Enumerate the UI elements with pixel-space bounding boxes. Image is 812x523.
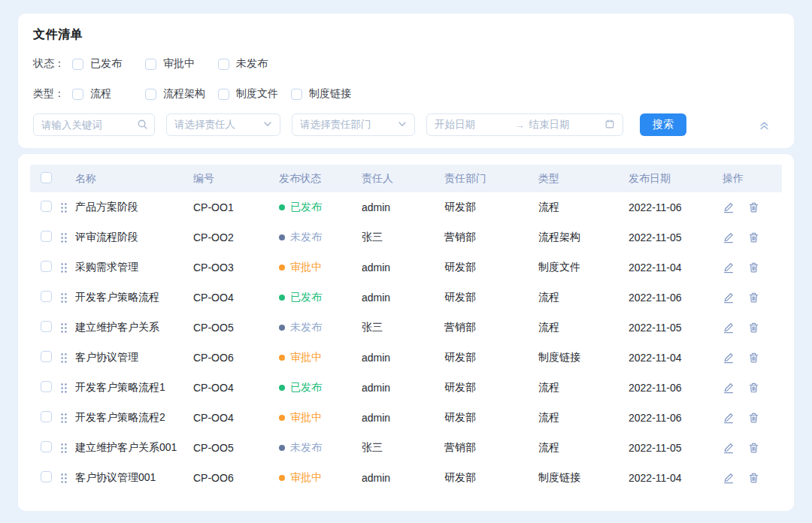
- status-badge: 审批中: [279, 261, 322, 274]
- edit-icon[interactable]: [723, 322, 735, 334]
- delete-icon[interactable]: [748, 262, 759, 274]
- checkbox[interactable]: [218, 89, 229, 100]
- row-type: 流程: [538, 321, 629, 334]
- edit-icon[interactable]: [723, 442, 735, 454]
- row-name: 评审流程阶段: [75, 231, 193, 244]
- row-checkbox[interactable]: [41, 441, 52, 452]
- row-checkbox[interactable]: [41, 261, 52, 272]
- status-dot-icon: [279, 355, 285, 361]
- row-code: CP-OO5: [193, 442, 279, 454]
- edit-icon[interactable]: [723, 412, 735, 424]
- row-code: CP-OO3: [193, 262, 279, 274]
- person-select[interactable]: 请选择责任人: [166, 113, 280, 136]
- checkbox[interactable]: [72, 59, 83, 70]
- row-code: CP-OO4: [193, 292, 279, 304]
- column-header-date: 发布日期: [629, 172, 723, 186]
- drag-handle-icon[interactable]: [60, 262, 75, 274]
- collapse-filters-icon[interactable]: [759, 119, 770, 131]
- drag-handle-icon[interactable]: [60, 352, 75, 364]
- filter-checkbox-item[interactable]: 已发布: [72, 57, 145, 71]
- row-dept: 研发部: [444, 381, 538, 395]
- delete-icon[interactable]: [748, 322, 759, 334]
- search-button[interactable]: 搜索: [640, 113, 686, 136]
- date-range-picker[interactable]: 开始日期 → 结束日期: [426, 113, 623, 136]
- status-badge: 审批中: [279, 351, 322, 364]
- status-dot-icon: [279, 234, 285, 240]
- row-name: 产品方案阶段: [75, 201, 193, 214]
- filter-checkbox-item[interactable]: 审批中: [145, 57, 218, 71]
- drag-handle-icon[interactable]: [60, 443, 75, 454]
- checkbox[interactable]: [72, 89, 83, 100]
- row-date: 2022-11-05: [629, 231, 723, 243]
- row-checkbox[interactable]: [41, 411, 52, 422]
- drag-handle-icon[interactable]: [60, 292, 75, 304]
- table-row: 开发客户策略流程 CP-OO4 已发布 admin 研发部 流程 2022-11…: [30, 283, 782, 313]
- select-all-checkbox[interactable]: [41, 172, 52, 183]
- edit-icon[interactable]: [723, 262, 735, 274]
- checkbox[interactable]: [291, 89, 302, 100]
- row-checkbox[interactable]: [41, 231, 52, 242]
- delete-icon[interactable]: [748, 231, 759, 243]
- edit-icon[interactable]: [723, 231, 735, 243]
- row-code: CP-OO1: [193, 201, 279, 213]
- search-icon: [137, 119, 148, 132]
- filter-checkbox-item[interactable]: 制度链接: [291, 87, 364, 101]
- type-filter-label: 类型：: [33, 87, 72, 101]
- edit-icon[interactable]: [723, 292, 735, 304]
- delete-icon[interactable]: [748, 352, 759, 364]
- edit-icon[interactable]: [723, 201, 735, 213]
- checkbox-label: 已发布: [90, 57, 122, 71]
- table-row: 开发客户策略流程2 CP-OO4 审批中 admin 研发部 流程 2022-1…: [30, 403, 782, 433]
- row-checkbox[interactable]: [41, 291, 52, 302]
- row-checkbox[interactable]: [41, 321, 52, 332]
- filter-checkbox-item[interactable]: 流程架构: [145, 87, 218, 101]
- delete-icon[interactable]: [748, 201, 759, 213]
- status-dot-icon: [279, 325, 285, 331]
- drag-handle-icon[interactable]: [60, 232, 75, 243]
- edit-icon[interactable]: [723, 382, 735, 394]
- table-row: 建立维护客户关系001 CP-OO5 未发布 张三 营销部 流程 2022-11…: [30, 433, 782, 463]
- row-type: 流程: [538, 411, 629, 425]
- column-header-name: 名称: [75, 172, 193, 186]
- drag-handle-icon[interactable]: [60, 202, 75, 213]
- checkbox-label: 流程架构: [163, 87, 205, 101]
- status-filter-label: 状态：: [33, 57, 72, 71]
- drag-handle-icon[interactable]: [60, 382, 75, 394]
- row-dept: 研发部: [444, 261, 538, 274]
- edit-icon[interactable]: [723, 472, 735, 484]
- status-dot-icon: [279, 445, 285, 451]
- row-code: CP-OO5: [193, 322, 279, 334]
- row-checkbox[interactable]: [41, 471, 52, 482]
- row-date: 2022-11-04: [629, 262, 723, 274]
- checkbox[interactable]: [145, 89, 156, 100]
- row-checkbox[interactable]: [41, 351, 52, 362]
- row-name: 建立维护客户关系: [75, 321, 193, 334]
- dept-select[interactable]: 请选择责任部门: [292, 113, 415, 136]
- filter-checkbox-item[interactable]: 制度文件: [218, 87, 291, 101]
- checkbox[interactable]: [145, 59, 156, 70]
- dept-select-placeholder: 请选择责任部门: [300, 118, 371, 132]
- row-date: 2022-11-04: [629, 472, 723, 484]
- delete-icon[interactable]: [748, 442, 759, 454]
- row-checkbox[interactable]: [41, 201, 52, 212]
- delete-icon[interactable]: [748, 472, 759, 484]
- delete-icon[interactable]: [748, 382, 759, 394]
- row-dept: 研发部: [444, 291, 538, 304]
- edit-icon[interactable]: [723, 352, 735, 364]
- filter-panel: 文件清单 状态： 已发布 审批中 未发布 类型： 流程 流程架构 制度文件 制度…: [18, 14, 794, 148]
- drag-handle-icon[interactable]: [60, 473, 75, 484]
- drag-handle-icon[interactable]: [60, 413, 75, 424]
- page-title: 文件清单: [33, 27, 779, 43]
- row-name: 采购需求管理: [75, 261, 193, 274]
- checkbox[interactable]: [218, 59, 229, 70]
- delete-icon[interactable]: [748, 412, 759, 424]
- row-type: 制度文件: [538, 261, 629, 274]
- drag-handle-icon[interactable]: [60, 322, 75, 334]
- row-code: CP-OO4: [193, 412, 279, 424]
- filter-checkbox-item[interactable]: 流程: [72, 87, 145, 101]
- row-checkbox[interactable]: [41, 381, 52, 392]
- status-text: 已发布: [290, 291, 322, 304]
- filter-checkbox-item[interactable]: 未发布: [218, 57, 291, 71]
- status-dot-icon: [279, 265, 285, 271]
- delete-icon[interactable]: [748, 292, 759, 304]
